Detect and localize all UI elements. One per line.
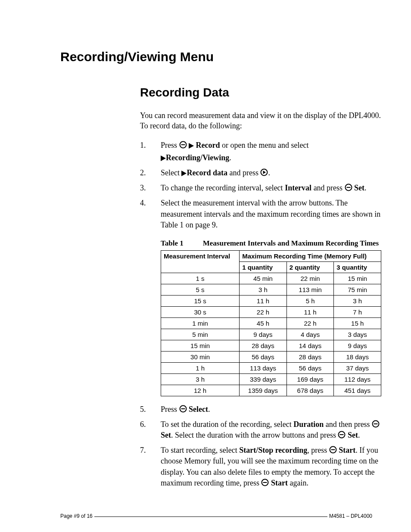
th-q3: 3 quantity bbox=[334, 261, 381, 273]
table-cell: 45 min bbox=[240, 273, 287, 284]
step-text: . Select the duration with the arrow but… bbox=[171, 431, 338, 439]
step-bold: Duration bbox=[293, 420, 324, 429]
interval-table: Measurement Interval Maximum Recording T… bbox=[161, 250, 381, 396]
step-text: and press bbox=[227, 168, 260, 177]
table-cell: 3 days bbox=[334, 329, 381, 340]
step-bold: Record data bbox=[187, 168, 227, 177]
step-bold: Set bbox=[352, 184, 365, 192]
step-number: 2. bbox=[140, 168, 149, 178]
step-number: 7. bbox=[140, 445, 149, 488]
table-cell: 3 h bbox=[240, 284, 287, 295]
play-solid-icon bbox=[181, 171, 187, 176]
play-solid-icon bbox=[161, 156, 166, 161]
step-text: To set the duration of the recording, se… bbox=[161, 420, 293, 429]
table-cell: 28 days bbox=[286, 351, 334, 362]
step-text: Select bbox=[161, 168, 181, 177]
table-cell: 15 min bbox=[161, 340, 240, 351]
step-text: , press bbox=[307, 446, 329, 454]
table-cell: 678 days bbox=[286, 385, 334, 396]
table-cell: 37 days bbox=[334, 362, 381, 373]
play-circle-icon bbox=[260, 168, 268, 176]
table-cell: 22 h bbox=[240, 306, 287, 317]
table-cell: 112 days bbox=[334, 373, 381, 385]
step-text: To start recording, select bbox=[161, 446, 239, 454]
step-2: 2. Select Record data and press . bbox=[140, 168, 381, 178]
table-row: 15 min28 days14 days9 days bbox=[161, 340, 381, 351]
table-cell: 15 s bbox=[161, 295, 240, 306]
step-text: again. bbox=[288, 479, 308, 487]
table-row: 5 min9 days4 days3 days bbox=[161, 329, 381, 340]
table-cell: 1359 days bbox=[240, 385, 287, 396]
table-caption-text: Measurement Intervals and Maximum Record… bbox=[203, 238, 381, 249]
circle-minus-icon bbox=[372, 420, 380, 428]
table-row: 15 s11 h5 h3 h bbox=[161, 295, 381, 306]
circle-minus-icon bbox=[338, 431, 346, 439]
section-title: Recording Data bbox=[140, 86, 381, 100]
table-cell: 4 days bbox=[286, 329, 334, 340]
step-7: 7. To start recording, select Start/Stop… bbox=[140, 445, 381, 488]
table-cell: 28 days bbox=[240, 340, 287, 351]
table-row: 12 h1359 days678 days451 days bbox=[161, 385, 381, 396]
circle-minus-icon bbox=[261, 479, 269, 486]
circle-minus-icon bbox=[345, 184, 352, 191]
table-cell: 1 min bbox=[161, 317, 240, 329]
page-footer: Page #9 of 16 M4581 – DPL4000 bbox=[0, 513, 411, 519]
table-cell: 56 days bbox=[286, 362, 334, 373]
table-row: 30 min56 days28 days18 days bbox=[161, 351, 381, 362]
step-number: 6. bbox=[140, 419, 149, 441]
table-cell: 3 h bbox=[334, 295, 381, 306]
table-cell: 1 h bbox=[161, 362, 240, 373]
table-cell: 14 days bbox=[286, 340, 334, 351]
step-number: 1. bbox=[140, 140, 149, 163]
step-text: . bbox=[208, 405, 210, 414]
step-bold: Start/Stop recording bbox=[239, 446, 307, 454]
footer-page-number: Page #9 of 16 bbox=[60, 513, 93, 519]
table-cell: 339 days bbox=[240, 373, 287, 385]
step-number: 3. bbox=[140, 183, 149, 193]
step-1: 1. Press Record or open the menu and sel… bbox=[140, 140, 381, 163]
table-cell: 1 s bbox=[161, 273, 240, 284]
table-row: 5 s3 h113 min75 min bbox=[161, 284, 381, 295]
step-text: Press bbox=[161, 405, 179, 414]
step-text: Select the measurement interval with the… bbox=[161, 199, 380, 229]
th-maxrec: Maximum Recording Time (Memory Full) bbox=[240, 250, 381, 261]
footer-doc-id: M4581 – DPL4000 bbox=[329, 513, 372, 519]
table-cell: 7 h bbox=[334, 306, 381, 317]
play-solid-icon bbox=[189, 143, 194, 149]
step-text: . bbox=[358, 431, 360, 439]
table-cell: 15 h bbox=[334, 317, 381, 329]
step-number: 5. bbox=[140, 404, 149, 415]
circle-minus-icon bbox=[179, 405, 187, 413]
step-text: To change the recording interval, select bbox=[161, 184, 285, 192]
step-6: 6. To set the duration of the recording,… bbox=[140, 419, 381, 441]
page-title: Recording/Viewing Menu bbox=[60, 50, 372, 64]
step-text: or open the menu and select bbox=[220, 141, 309, 149]
table-cell: 9 days bbox=[334, 340, 381, 351]
footer-rule bbox=[94, 516, 327, 517]
step-bold: Set bbox=[346, 431, 358, 439]
table-row: 30 s22 h11 h7 h bbox=[161, 306, 381, 317]
table-cell: 451 days bbox=[334, 385, 381, 396]
step-bold: Set bbox=[161, 431, 171, 439]
table-cell: 56 days bbox=[240, 351, 287, 362]
th-q2: 2 quantity bbox=[286, 261, 334, 273]
step-bold: Select bbox=[187, 405, 208, 414]
table-cell: 30 min bbox=[161, 351, 240, 362]
table-cell: 30 s bbox=[161, 306, 240, 317]
step-4: 4. Select the measurement interval with … bbox=[140, 198, 381, 396]
table-cell: 5 min bbox=[161, 329, 240, 340]
table-cell: 22 h bbox=[286, 317, 334, 329]
step-5: 5. Press Select. bbox=[140, 404, 381, 415]
table-cell: 169 days bbox=[286, 373, 334, 385]
table-cell: 15 min bbox=[334, 273, 381, 284]
th-interval: Measurement Interval bbox=[161, 250, 240, 273]
circle-minus-icon bbox=[329, 446, 337, 454]
th-q1: 1 quantity bbox=[240, 261, 287, 273]
table-cell: 5 s bbox=[161, 284, 240, 295]
table-row: 1 min45 h22 h15 h bbox=[161, 317, 381, 329]
table-cell: 9 days bbox=[240, 329, 287, 340]
table-cell: 3 h bbox=[161, 373, 240, 385]
table-cell: 12 h bbox=[161, 385, 240, 396]
step-bold: Interval bbox=[285, 184, 311, 192]
step-bold: Recording/Viewing bbox=[166, 153, 229, 162]
